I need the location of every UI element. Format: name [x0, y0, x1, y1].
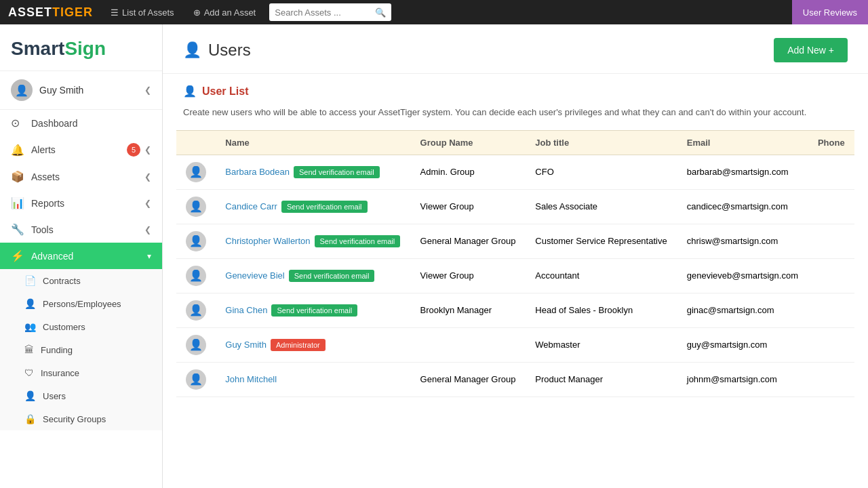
user-name-link[interactable]: Genevieve Biel: [225, 270, 284, 281]
user-badge[interactable]: Send verification email: [281, 201, 368, 213]
user-name-cell: Gina ChenSend verification email: [216, 293, 410, 327]
sidebar-brand: SmartSign: [0, 24, 162, 71]
section-header: 👤 User List: [163, 74, 868, 100]
page-header: 👤 Users Add New +: [163, 24, 868, 74]
add-asset-label: Add an Asset: [204, 7, 256, 18]
contracts-icon: 📄: [24, 275, 36, 286]
sidebar-item-assets[interactable]: 📦 Assets ❮: [0, 163, 162, 190]
table-row: 👤Gina ChenSend verification emailBrookly…: [176, 293, 854, 327]
email-cell: barbarab@smartsign.com: [677, 155, 808, 189]
user-review-label: User Reviews: [803, 7, 857, 18]
email-cell: chrisw@smartsign.com: [677, 224, 808, 258]
user-name-cell: Genevieve BielSend verification email: [216, 258, 410, 293]
email-cell: genevieveb@smartsign.com: [677, 258, 808, 293]
top-nav: ASSETTIGER ☰ List of Assets ⊕ Add an Ass…: [0, 0, 868, 24]
col-avatar: [176, 130, 216, 155]
user-name-link[interactable]: Christopher Wallerton: [225, 236, 310, 246]
sidebar-item-persons-employees[interactable]: 👤 Persons/Employees: [0, 292, 162, 315]
user-name: Guy Smith: [39, 85, 144, 96]
avatar: 👤: [186, 300, 206, 321]
sidebar-nav: ⊙ Dashboard 🔔 Alerts 5 ❮ 📦 Assets ❮ 📊 Re…: [0, 110, 162, 488]
reports-label: Reports: [31, 198, 144, 209]
user-name-cell: Guy SmithAdministrator: [216, 327, 410, 362]
group-cell: General Manager Group: [411, 224, 526, 258]
sidebar-item-tools[interactable]: 🔧 Tools ❮: [0, 216, 162, 243]
user-badge[interactable]: Send verification email: [315, 235, 401, 247]
persons-label: Persons/Employees: [43, 299, 121, 309]
sidebar-item-security-groups[interactable]: 🔒 Security Groups: [0, 407, 162, 430]
sidebar-item-users[interactable]: 👤 Users: [0, 384, 162, 407]
persons-icon: 👤: [24, 298, 36, 309]
table-row: 👤Barbara BodeanSend verification emailAd…: [176, 155, 854, 189]
add-icon: ⊕: [193, 7, 201, 18]
col-group: Group Name: [411, 130, 526, 155]
main-layout: SmartSign 👤 Guy Smith ❮ ⊙ Dashboard 🔔 Al…: [0, 24, 868, 488]
avatar: 👤: [186, 231, 206, 251]
add-new-button[interactable]: Add New +: [774, 38, 848, 62]
list-of-assets-link[interactable]: ☰ List of Assets: [101, 0, 184, 24]
table-wrapper: Name Group Name Job title Email Phone 👤B…: [163, 130, 868, 397]
phone-cell: [808, 293, 854, 327]
user-badge[interactable]: Send verification email: [289, 270, 375, 282]
avatar: 👤: [186, 197, 206, 217]
brand-smart: Smart: [11, 38, 64, 59]
search-input[interactable]: [275, 7, 375, 18]
user-name-link[interactable]: Candice Carr: [225, 201, 277, 211]
user-name-link[interactable]: John Mitchell: [225, 374, 277, 384]
users-label: Users: [43, 391, 66, 401]
list-icon: ☰: [111, 7, 119, 18]
content-area: 👤 Users Add New + 👤 User List Create new…: [163, 24, 868, 488]
avatar-cell: 👤: [176, 327, 216, 362]
user-name-link[interactable]: Guy Smith: [225, 340, 267, 350]
email-cell: guy@smartsign.com: [677, 327, 808, 362]
phone-cell: [808, 189, 854, 224]
tools-label: Tools: [31, 224, 144, 235]
funding-label: Funding: [41, 345, 73, 355]
tools-icon: 🔧: [11, 223, 24, 236]
add-asset-link[interactable]: ⊕ Add an Asset: [184, 0, 266, 24]
avatar: 👤: [11, 79, 33, 101]
jobtitle-cell: CFO: [526, 155, 677, 189]
email-cell: ginac@smartsign.com: [677, 293, 808, 327]
avatar: 👤: [186, 369, 206, 390]
sub-nav: 📄 Contracts 👤 Persons/Employees 👥 Custom…: [0, 269, 162, 430]
section-title: User List: [202, 85, 248, 98]
sidebar-item-customers[interactable]: 👥 Customers: [0, 315, 162, 338]
sidebar-item-advanced[interactable]: ⚡ Advanced ▾: [0, 243, 162, 269]
group-cell: Viewer Group: [411, 258, 526, 293]
users-icon: 👤: [24, 390, 36, 401]
sidebar-item-funding[interactable]: 🏛 Funding: [0, 338, 162, 361]
user-badge[interactable]: Send verification email: [294, 166, 380, 178]
user-name-cell: Barbara BodeanSend verification email: [216, 155, 410, 189]
sidebar-item-insurance[interactable]: 🛡 Insurance: [0, 361, 162, 384]
jobtitle-cell: Head of Sales - Brooklyn: [526, 293, 677, 327]
user-name-cell: Christopher WallertonSend verification e…: [216, 224, 410, 258]
sidebar: SmartSign 👤 Guy Smith ❮ ⊙ Dashboard 🔔 Al…: [0, 24, 163, 488]
phone-cell: [808, 327, 854, 362]
add-new-label: Add New +: [787, 45, 834, 56]
advanced-arrow: ▾: [147, 251, 151, 261]
jobtitle-cell: Accountant: [526, 258, 677, 293]
group-cell: [411, 327, 526, 362]
table-row: 👤Christopher WallertonSend verification …: [176, 224, 854, 258]
group-cell: Admin. Group: [411, 155, 526, 189]
user-name-link[interactable]: Gina Chen: [225, 305, 267, 315]
phone-cell: [808, 155, 854, 189]
alerts-badge: 5: [127, 143, 140, 157]
sidebar-item-contracts[interactable]: 📄 Contracts: [0, 269, 162, 292]
col-email: Email: [677, 130, 808, 155]
jobtitle-cell: Product Manager: [526, 362, 677, 396]
security-groups-label: Security Groups: [43, 414, 106, 424]
page-title: 👤 Users: [183, 41, 251, 60]
sidebar-user[interactable]: 👤 Guy Smith ❮: [0, 71, 162, 110]
user-badge[interactable]: Send verification email: [271, 304, 357, 317]
top-nav-links: ☰ List of Assets ⊕ Add an Asset 🔍: [101, 0, 792, 24]
jobtitle-cell: Webmaster: [526, 327, 677, 362]
insurance-label: Insurance: [41, 368, 79, 378]
sidebar-item-reports[interactable]: 📊 Reports ❮: [0, 190, 162, 216]
sidebar-item-dashboard[interactable]: ⊙ Dashboard: [0, 110, 162, 136]
avatar: 👤: [186, 335, 206, 355]
user-name-link[interactable]: Barbara Bodean: [225, 167, 290, 177]
user-review-button[interactable]: User Reviews: [792, 0, 868, 24]
sidebar-item-alerts[interactable]: 🔔 Alerts 5 ❮: [0, 136, 162, 163]
